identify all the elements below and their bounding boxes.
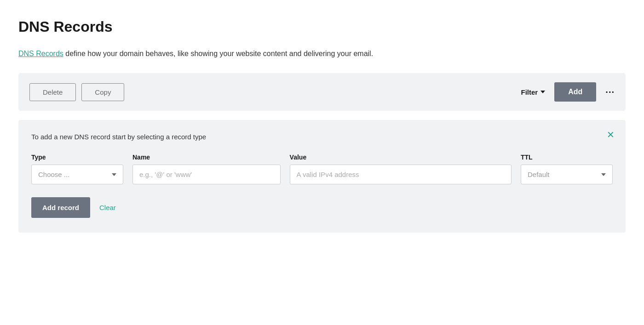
ttl-label: TTL: [521, 154, 613, 161]
form-actions: Add record Clear: [31, 197, 613, 218]
toolbar-left: Delete Copy: [29, 83, 521, 101]
name-input[interactable]: [132, 165, 281, 184]
ttl-form-group: TTL Default: [521, 154, 613, 184]
add-record-button[interactable]: Add record: [31, 197, 90, 218]
filter-button[interactable]: Filter: [521, 88, 546, 96]
filter-chevron-icon: [540, 91, 545, 93]
copy-button[interactable]: Copy: [81, 83, 124, 101]
type-label: Type: [31, 154, 123, 161]
delete-button[interactable]: Delete: [29, 83, 76, 101]
close-panel-button[interactable]: ✕: [607, 130, 615, 139]
dns-records-link[interactable]: DNS Records: [18, 50, 63, 57]
type-form-group: Type Choose ...: [31, 154, 123, 184]
panel-instruction: To add a new DNS record start by selecti…: [31, 133, 613, 141]
filter-label: Filter: [521, 88, 538, 96]
add-button[interactable]: Add: [554, 82, 596, 102]
ttl-select-value: Default: [528, 171, 550, 178]
value-label: Value: [290, 154, 512, 161]
value-form-group: Value: [290, 154, 512, 184]
ttl-select[interactable]: Default: [521, 165, 613, 184]
type-select-value: Choose ...: [38, 171, 69, 178]
type-select[interactable]: Choose ...: [31, 165, 123, 184]
more-options-button[interactable]: ···: [605, 87, 615, 97]
toolbar-right: Filter Add ···: [521, 82, 615, 102]
page-description: DNS Records define how your domain behav…: [18, 48, 626, 59]
value-input[interactable]: [290, 165, 512, 184]
add-record-panel: To add a new DNS record start by selecti…: [18, 120, 626, 233]
name-form-group: Name: [132, 154, 281, 184]
type-chevron-icon: [112, 173, 116, 176]
page-title: DNS Records: [18, 18, 626, 35]
ttl-chevron-icon: [601, 173, 606, 176]
clear-button[interactable]: Clear: [99, 204, 116, 211]
form-row: Type Choose ... Name Value TTL Default: [31, 154, 613, 184]
name-label: Name: [132, 154, 281, 161]
toolbar: Delete Copy Filter Add ···: [18, 73, 626, 111]
